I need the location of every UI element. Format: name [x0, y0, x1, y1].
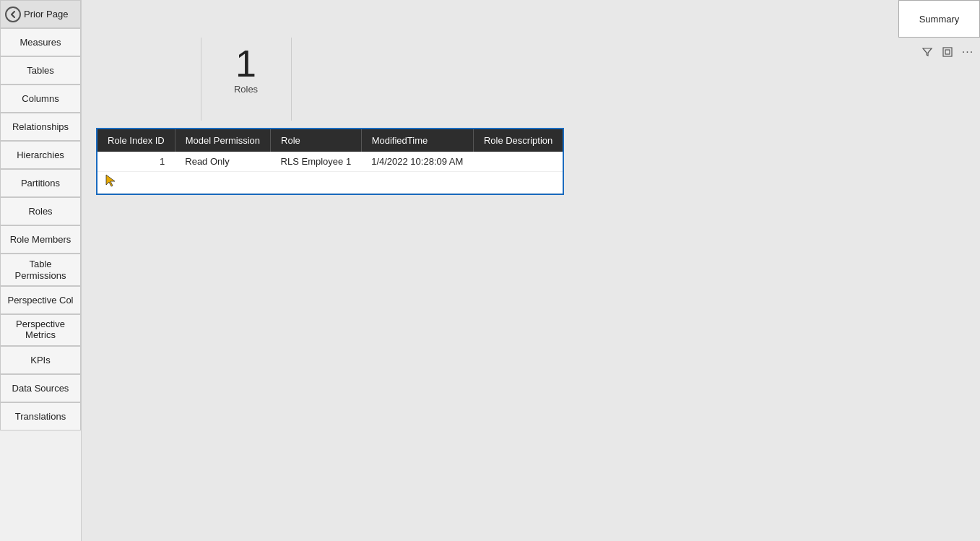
sidebar-item-measures[interactable]: Measures	[0, 28, 81, 56]
role-members-label: Role Members	[10, 234, 71, 246]
roles-count-area: 1 Roles	[201, 38, 291, 95]
partitions-label: Partitions	[21, 178, 60, 189]
roles-count-number: 1	[235, 45, 256, 82]
sidebar: Prior Page Measures Tables Columns Relat…	[0, 0, 82, 541]
roles-header-section: 1 Roles	[82, 38, 980, 121]
col-role: Role	[271, 129, 362, 152]
cell-role: RLS Employee 1	[271, 152, 362, 172]
sidebar-item-columns[interactable]: Columns	[0, 85, 81, 113]
data-sources-label: Data Sources	[12, 383, 69, 394]
content-area: Role Index ID Model Permission Role Modi…	[82, 121, 980, 541]
measures-label: Measures	[19, 37, 61, 48]
back-arrow-icon	[5, 7, 21, 22]
data-table-wrapper: Role Index ID Model Permission Role Modi…	[96, 128, 564, 195]
table-row[interactable]: 1 Read Only RLS Employee 1 1/4/2022 10:2…	[97, 152, 563, 172]
sidebar-item-translations[interactable]: Translations	[0, 402, 81, 430]
filter-icon[interactable]	[919, 43, 936, 61]
svg-rect-0	[943, 48, 952, 56]
sidebar-item-roles[interactable]: Roles	[0, 197, 81, 225]
sidebar-item-table-permissions[interactable]: Table Permissions	[0, 254, 81, 286]
cell-role-index-id: 1	[97, 152, 175, 172]
roles-table: Role Index ID Model Permission Role Modi…	[97, 129, 563, 194]
table-row-empty	[97, 172, 563, 194]
relationships-label: Relationships	[12, 121, 69, 133]
hierarchies-label: Hierarchies	[17, 150, 64, 161]
more-icon[interactable]: ···	[959, 43, 976, 61]
prior-page-label: Prior Page	[24, 9, 68, 20]
vertical-divider-2	[291, 38, 292, 121]
more-dots: ···	[962, 46, 974, 59]
sidebar-item-data-sources[interactable]: Data Sources	[0, 374, 81, 402]
translations-label: Translations	[15, 411, 66, 423]
main-content: Summary 1 Roles ···	[82, 0, 980, 541]
table-permissions-label: Table Permissions	[4, 259, 77, 281]
sidebar-item-perspective-metrics[interactable]: PerspectiveMetrics	[0, 314, 81, 346]
tables-label: Tables	[27, 65, 54, 77]
cell-model-permission: Read Only	[175, 152, 270, 172]
sidebar-item-tables[interactable]: Tables	[0, 56, 81, 85]
svg-rect-1	[945, 50, 950, 54]
toolbar-icons: ···	[919, 43, 976, 61]
kpis-label: KPIs	[30, 355, 50, 366]
perspective-metrics-label: PerspectiveMetrics	[16, 319, 65, 341]
columns-label: Columns	[22, 93, 58, 105]
sidebar-item-hierarchies[interactable]: Hierarchies	[0, 141, 81, 169]
col-role-description: Role Description	[473, 129, 563, 152]
col-role-index-id: Role Index ID	[97, 129, 175, 152]
mouse-cursor	[105, 173, 118, 191]
cell-modified-time: 1/4/2022 10:28:09 AM	[361, 152, 473, 172]
col-modified-time: ModifiedTime	[361, 129, 473, 152]
summary-button[interactable]: Summary	[898, 0, 980, 38]
sidebar-item-relationships[interactable]: Relationships	[0, 113, 81, 141]
top-bar: Summary	[82, 0, 980, 38]
roles-count-label: Roles	[234, 84, 258, 95]
sidebar-item-role-members[interactable]: Role Members	[0, 225, 81, 254]
sidebar-item-perspective-col[interactable]: Perspective Col	[0, 286, 81, 314]
sidebar-item-prior-page[interactable]: Prior Page	[0, 0, 81, 28]
perspective-col-label: Perspective Col	[7, 295, 73, 306]
sidebar-item-partitions[interactable]: Partitions	[0, 169, 81, 197]
empty-cell	[97, 172, 563, 194]
table-header-row: Role Index ID Model Permission Role Modi…	[97, 129, 563, 152]
expand-icon[interactable]	[939, 43, 956, 61]
roles-label: Roles	[28, 206, 52, 217]
sidebar-item-kpis[interactable]: KPIs	[0, 346, 81, 374]
cell-role-description	[473, 152, 563, 172]
col-model-permission: Model Permission	[175, 129, 270, 152]
